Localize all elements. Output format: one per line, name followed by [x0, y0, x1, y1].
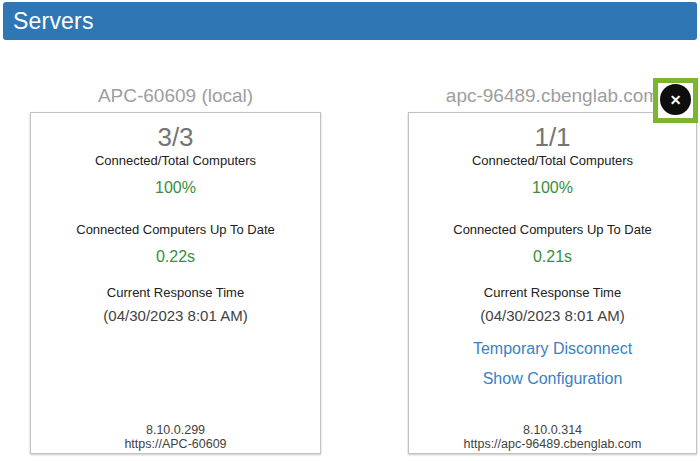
page-header: Servers	[3, 2, 697, 40]
show-configuration-link[interactable]: Show Configuration	[483, 369, 623, 389]
up-to-date-label: Connected Computers Up To Date	[453, 222, 651, 238]
connected-ratio-value: 1/1	[534, 121, 570, 153]
connected-ratio-value: 3/3	[157, 121, 193, 153]
server-footer: 8.10.0.299 https://APC-60609	[31, 424, 320, 451]
connected-total-label: Connected/Total Computers	[472, 153, 633, 169]
server-version: 8.10.0.314	[409, 424, 696, 438]
server-url: https://APC-60609	[31, 438, 320, 452]
temporary-disconnect-link[interactable]: Temporary Disconnect	[473, 339, 632, 359]
close-button-highlight: ✕	[653, 78, 698, 123]
remove-server-button[interactable]: ✕	[660, 84, 691, 115]
response-time-label: Current Response Time	[107, 285, 244, 301]
up-to-date-percent: 100%	[532, 178, 573, 198]
server-url: https://apc-96489.cbenglab.com	[409, 438, 696, 452]
response-time-label: Current Response Time	[484, 285, 621, 301]
servers-page: Servers APC-60609 (local) 3/3 Connected/…	[0, 0, 700, 461]
close-icon: ✕	[670, 93, 682, 107]
response-timestamp: (04/30/2023 8:01 AM)	[480, 306, 624, 326]
up-to-date-label: Connected Computers Up To Date	[76, 222, 274, 238]
server-card-local: 3/3 Connected/Total Computers 100% Conne…	[30, 112, 321, 454]
server-card-remote: 1/1 Connected/Total Computers 100% Conne…	[408, 112, 697, 454]
up-to-date-percent: 100%	[155, 178, 196, 198]
page-title: Servers	[3, 8, 94, 35]
response-time-value: 0.22s	[156, 247, 195, 267]
response-timestamp: (04/30/2023 8:01 AM)	[103, 306, 247, 326]
server-name-local: APC-60609 (local)	[30, 84, 321, 108]
connected-total-label: Connected/Total Computers	[95, 153, 256, 169]
response-time-value: 0.21s	[533, 247, 572, 267]
server-footer: 8.10.0.314 https://apc-96489.cbenglab.co…	[409, 424, 696, 451]
server-version: 8.10.0.299	[31, 424, 320, 438]
